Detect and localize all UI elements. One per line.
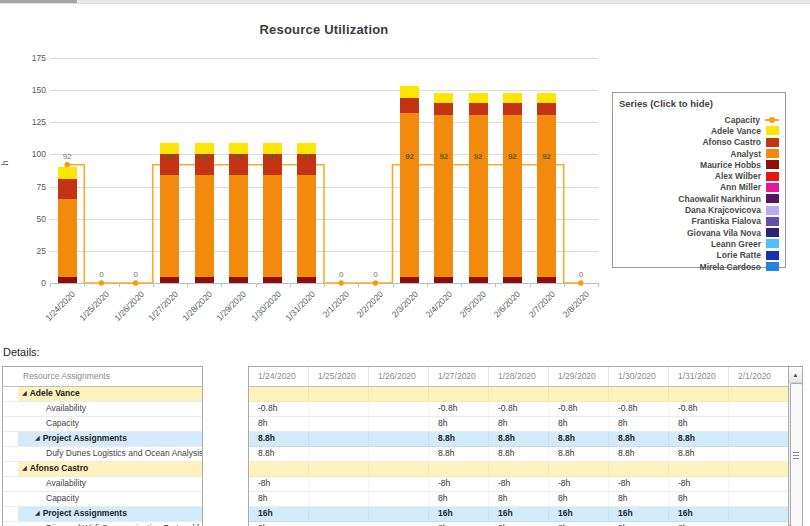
row-label: Capacity bbox=[18, 417, 202, 431]
scrollbar-up-arrow-icon[interactable]: ▲ bbox=[789, 367, 802, 383]
value-cell: -8h bbox=[249, 477, 309, 491]
bar-segment-maurice-hobbs bbox=[503, 277, 522, 283]
capacity-point-label: 92 bbox=[157, 152, 183, 161]
value-cell: 16h bbox=[249, 507, 309, 521]
value-cell: -8h bbox=[549, 477, 609, 491]
legend-item-giovana-vila-nova[interactable]: Giovana Vila Nova bbox=[619, 227, 779, 238]
stacked-bar-2-4-2020[interactable] bbox=[434, 93, 453, 283]
capacity-point-label: 0 bbox=[328, 270, 354, 279]
legend-item-capacity[interactable]: Capacity bbox=[619, 114, 779, 125]
collapse-icon[interactable]: ◢ bbox=[35, 432, 40, 445]
value-cell bbox=[309, 402, 369, 416]
value-cell bbox=[729, 462, 788, 476]
legend-item-leann-greer[interactable]: Leann Greer bbox=[619, 238, 779, 249]
series-color-swatch bbox=[766, 206, 779, 215]
x-tick-label: 1/31/2020 bbox=[246, 289, 317, 360]
value-cell bbox=[729, 447, 788, 461]
value-cell: 8h bbox=[429, 522, 489, 526]
x-tick-label: 2/6/2020 bbox=[452, 289, 523, 360]
resource-utilization-chart: Resource Utilization h Series (Click to … bbox=[0, 0, 810, 345]
x-tick-label: 2/8/2020 bbox=[520, 289, 591, 360]
stacked-bar-2-5-2020[interactable] bbox=[469, 93, 488, 283]
value-cell bbox=[729, 417, 788, 431]
bar-segment-maurice-hobbs bbox=[469, 277, 488, 283]
x-tick-label: 2/7/2020 bbox=[486, 289, 557, 360]
stacked-bar-2-7-2020[interactable] bbox=[537, 93, 556, 283]
capacity-point bbox=[578, 280, 583, 285]
stacked-bar-1-31-2020[interactable] bbox=[297, 143, 316, 283]
bar-segment-analyst bbox=[503, 115, 522, 277]
collapse-icon[interactable]: ◢ bbox=[35, 507, 40, 520]
legend-item-mirela-cardoso[interactable]: Mirela Cardoso bbox=[619, 261, 779, 272]
capacity-point-label: 92 bbox=[260, 152, 286, 161]
stacked-bar-2-6-2020[interactable] bbox=[503, 93, 522, 283]
bar-segment-maurice-hobbs bbox=[229, 277, 248, 283]
capacity-point-label: 92 bbox=[54, 152, 80, 161]
details-values-grid: 1/24/20201/25/20201/26/20201/27/20201/28… bbox=[248, 366, 788, 526]
stacked-bar-1-24-2020[interactable] bbox=[58, 167, 77, 283]
value-cell: 8h bbox=[489, 417, 549, 431]
legend-item-label: Analyst bbox=[730, 149, 761, 159]
value-cell bbox=[669, 387, 729, 401]
legend-item-label: Capacity bbox=[725, 115, 760, 125]
legend-item-dana-krajcovicova[interactable]: Dana Krajcovicova bbox=[619, 204, 779, 215]
legend-item-maurice-hobbs[interactable]: Maurice Hobbs bbox=[619, 159, 779, 170]
collapse-icon[interactable]: ◢ bbox=[22, 462, 27, 475]
legend-item-frantiska-fialova[interactable]: Frantiska Fialova bbox=[619, 216, 779, 227]
legend-item-analyst[interactable]: Analyst bbox=[619, 148, 779, 159]
capacity-point bbox=[133, 280, 138, 285]
x-tick bbox=[256, 283, 257, 287]
row-label: Capacity bbox=[18, 492, 202, 506]
stacked-bar-1-27-2020[interactable] bbox=[160, 143, 179, 283]
value-cell: -0.8h bbox=[669, 402, 729, 416]
value-cell bbox=[369, 402, 429, 416]
value-cell bbox=[729, 402, 788, 416]
value-cell bbox=[369, 477, 429, 491]
series-color-swatch bbox=[766, 126, 779, 135]
y-tick-label: 25 bbox=[16, 246, 46, 256]
value-cell bbox=[369, 492, 429, 506]
bar-segment-adele-vance bbox=[400, 86, 419, 98]
value-cell: 8h bbox=[549, 417, 609, 431]
details-row-availability: Availability bbox=[3, 477, 202, 492]
date-column-header: 1/30/2020 bbox=[609, 367, 669, 386]
scrollbar-thumb[interactable] bbox=[790, 383, 803, 526]
bar-segment-analyst bbox=[434, 115, 453, 277]
stacked-bar-1-28-2020[interactable] bbox=[195, 143, 214, 283]
legend-item-chaowalit-narkhirun[interactable]: Chaowalit Narkhirun bbox=[619, 193, 779, 204]
collapse-icon[interactable]: ◢ bbox=[22, 387, 27, 400]
stacked-bar-2-3-2020[interactable] bbox=[400, 86, 419, 283]
value-cell bbox=[309, 492, 369, 506]
value-cell: 8.8h bbox=[489, 432, 549, 446]
value-cell: 8h bbox=[609, 417, 669, 431]
bar-segment-afonso-castro bbox=[58, 179, 77, 200]
vertical-scrollbar[interactable]: ▲ bbox=[788, 366, 803, 526]
details-values-row-adele-vance bbox=[249, 387, 788, 402]
value-cell bbox=[609, 462, 669, 476]
row-label: ◢Afonso Castro bbox=[18, 462, 202, 476]
capacity-point-label: 92 bbox=[499, 152, 525, 161]
date-column-header: 1/25/2020 bbox=[309, 367, 369, 386]
capacity-point-label: 92 bbox=[191, 152, 217, 161]
bar-segment-maurice-hobbs bbox=[400, 277, 419, 283]
resource-assignments-header: Resource Assignments bbox=[3, 367, 202, 387]
legend-item-lorie-ratte[interactable]: Lorie Ratte bbox=[619, 250, 779, 261]
legend-item-adele-vance[interactable]: Adele Vance bbox=[619, 125, 779, 136]
stacked-bar-1-30-2020[interactable] bbox=[263, 143, 282, 283]
value-cell: 8.8h bbox=[429, 432, 489, 446]
stacked-bar-1-29-2020[interactable] bbox=[229, 143, 248, 283]
date-column-header: 1/31/2020 bbox=[669, 367, 729, 386]
details-row-dufy-dunes-logistics-and-ocean-analysis-sof: Dufy Dunes Logistics and Ocean Analysis … bbox=[3, 447, 202, 462]
value-cell bbox=[369, 387, 429, 401]
legend-item-ann-miller[interactable]: Ann Miller bbox=[619, 182, 779, 193]
date-column-header: 1/29/2020 bbox=[549, 367, 609, 386]
x-tick-label: 1/30/2020 bbox=[212, 289, 283, 360]
legend-item-label: Lorie Ratte bbox=[717, 250, 761, 260]
value-cell bbox=[309, 507, 369, 521]
value-cell bbox=[369, 417, 429, 431]
legend-item-afonso-castro[interactable]: Afonso Castro bbox=[619, 137, 779, 148]
value-cell: 8.8h bbox=[609, 447, 669, 461]
value-cell: 16h bbox=[489, 507, 549, 521]
value-cell: -0.8h bbox=[429, 402, 489, 416]
legend-item-alex-wilber[interactable]: Alex Wilber bbox=[619, 170, 779, 181]
